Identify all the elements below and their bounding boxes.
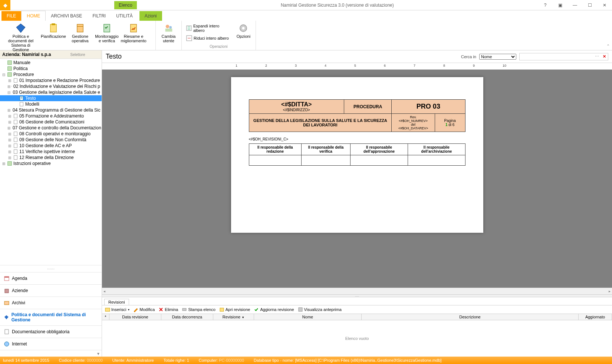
rb-riesame-label: Riesame e miglioramento bbox=[121, 34, 146, 43]
nav-internet[interactable]: Internet bbox=[0, 338, 102, 350]
nav-aziende[interactable]: Aziende bbox=[0, 284, 102, 297]
col-descrizione[interactable]: Descrizione bbox=[362, 314, 579, 320]
nav-configure-button[interactable]: ▾ bbox=[0, 350, 102, 357]
ruler[interactable]: 1 2 3 4 5 6 7 8 9 10 bbox=[102, 63, 612, 70]
h-scrollbar[interactable]: ◂▸ bbox=[102, 288, 612, 294]
side-splitter[interactable]: ······ bbox=[0, 265, 102, 272]
search-input[interactable] bbox=[520, 54, 593, 59]
tree-istruzioni[interactable]: ⊞Istruzioni operative bbox=[0, 161, 102, 166]
search-more-button[interactable]: ⋯ bbox=[593, 54, 601, 59]
doc-indirizzo: <#$INDIRIZZO> bbox=[251, 108, 342, 112]
tree-p11[interactable]: ⊞11 Verifiche ispettive interne bbox=[0, 149, 102, 155]
rb-espandi-albero[interactable]: Espandi intero albero bbox=[185, 23, 231, 33]
book-icon bbox=[7, 161, 12, 166]
svg-rect-34 bbox=[14, 144, 17, 148]
svg-marker-0 bbox=[16, 24, 25, 32]
preview-icon bbox=[298, 307, 303, 312]
close-button[interactable]: ✕ bbox=[597, 0, 612, 10]
tab-revisioni[interactable]: Revisioni bbox=[104, 299, 129, 305]
cerca-in-label: Cerca in bbox=[461, 54, 476, 59]
rb-riesame[interactable]: Riesame e miglioramento bbox=[122, 22, 145, 44]
btn-inserisci[interactable]: Inserisci▾ bbox=[105, 307, 129, 312]
group-selettore-label: Selettore bbox=[3, 53, 152, 57]
context-tab-elenco[interactable]: Elenco bbox=[114, 1, 137, 9]
status-computer: Computer: PC-00000000 bbox=[199, 358, 244, 363]
btn-visualizza-anteprima[interactable]: Visualizza anteprima bbox=[298, 307, 342, 312]
tree-p03-modelli[interactable]: Modelli bbox=[0, 101, 102, 107]
tree-p10[interactable]: ⊞10 Gestione delle AC e AP bbox=[0, 143, 102, 149]
tree-manuale[interactable]: Manuale bbox=[0, 60, 102, 66]
doc-viewport[interactable]: <#$DITTA> <#$INDIRIZZO> PROCEDURA PRO 03… bbox=[102, 70, 612, 288]
nav-politica-documenti[interactable]: Politica e documenti del Sistema di Gest… bbox=[0, 309, 102, 325]
cerca-in-select[interactable]: Nome bbox=[479, 54, 516, 60]
col-aggiornato[interactable]: Aggiornato bbox=[579, 314, 612, 320]
rb-pianificazione[interactable]: Pianificazione bbox=[42, 22, 65, 39]
ribbon-options-button[interactable]: ▣ bbox=[553, 0, 567, 10]
tree-view[interactable]: Manuale Politica ⊟Procedure ⊞01 Impostaz… bbox=[0, 59, 102, 265]
btn-apri-revisione[interactable]: Apri revisione bbox=[219, 307, 250, 312]
rb-cambia-utente[interactable]: Cambia utente bbox=[159, 22, 178, 44]
svg-rect-46 bbox=[182, 308, 186, 311]
tree-p05[interactable]: ⊞05 Formazione e Addestramento bbox=[0, 113, 102, 119]
doc-icon bbox=[13, 149, 18, 154]
svg-rect-20 bbox=[8, 73, 12, 77]
rb-riduci-albero[interactable]: Riduci intero albero bbox=[185, 34, 231, 42]
tab-filtri[interactable]: FILTRI bbox=[87, 11, 111, 21]
book-icon bbox=[7, 72, 12, 77]
tree-p01[interactable]: ⊞01 Impostazione e Redazione Procedure bbox=[0, 77, 102, 83]
splitter[interactable]: ····· bbox=[102, 294, 612, 297]
rb-gestione-operativa[interactable]: Gestione operativa bbox=[68, 22, 92, 44]
nav-agenda[interactable]: Agenda bbox=[0, 272, 102, 284]
btn-elimina[interactable]: Elimina bbox=[158, 307, 178, 312]
tab-azioni[interactable]: Azioni bbox=[139, 11, 162, 21]
rb-politica-documenti[interactable]: Politica e documenti del Sistema di Gest… bbox=[3, 22, 39, 53]
ribbon-collapse-button[interactable]: ⌃ bbox=[606, 44, 610, 49]
nav-documentazione[interactable]: Documentazione obbligatoria bbox=[0, 325, 102, 338]
tab-archivi-base[interactable]: ARCHIVI BASE bbox=[46, 11, 87, 21]
minimize-button[interactable]: — bbox=[567, 0, 582, 10]
tree-p03[interactable]: ⊟03 Gestione della legislazione della Sa… bbox=[0, 89, 102, 95]
tree-p04[interactable]: ⊞04 Stesura Programma di Gestione della … bbox=[0, 107, 102, 113]
svg-rect-43 bbox=[5, 330, 9, 334]
ribbon-tabs: FILE HOME ARCHIVI BASE FILTRI UTILITÀ Az… bbox=[0, 10, 612, 21]
col-revisione[interactable]: Revisione ▼ bbox=[213, 314, 254, 320]
help-button[interactable]: ? bbox=[538, 0, 553, 10]
tree-p12[interactable]: ⊞12 Riesame della Direzione bbox=[0, 155, 102, 161]
tree-procedure[interactable]: ⊟Procedure bbox=[0, 72, 102, 77]
rb-opzioni[interactable]: Opzioni bbox=[234, 22, 253, 39]
col-selector[interactable]: * bbox=[102, 314, 109, 320]
resp-archiviazione: Il responsabile dell'archiviazione bbox=[408, 144, 465, 155]
svg-rect-45 bbox=[105, 308, 110, 311]
col-data-revisione[interactable]: Data revisione bbox=[109, 314, 161, 320]
col-nome[interactable]: Nome bbox=[254, 314, 362, 320]
ribbon: Politica e documenti del Sistema di Gest… bbox=[0, 21, 612, 50]
tree-politica[interactable]: Politica bbox=[0, 66, 102, 72]
collapse-tree-icon bbox=[186, 35, 192, 41]
search-clear-button[interactable]: ✕ bbox=[601, 54, 608, 59]
doc-icon bbox=[11, 84, 12, 89]
status-utente: Utente: Amministratore bbox=[112, 358, 154, 363]
tree-p06[interactable]: ⊞06 Gestione delle Comunicazioni bbox=[0, 119, 102, 125]
tree-p09[interactable]: ⊞09 Gestione delle Non Conformità bbox=[0, 137, 102, 143]
status-date: lunedì 14 settembre 2015 bbox=[3, 358, 49, 363]
app-icon[interactable]: ◆ bbox=[0, 0, 10, 10]
maximize-button[interactable]: ☐ bbox=[582, 0, 597, 10]
tree-p03-testo[interactable]: Testo bbox=[0, 95, 102, 101]
btn-modifica[interactable]: Modifica bbox=[133, 307, 155, 312]
tab-file[interactable]: FILE bbox=[1, 11, 21, 21]
svg-point-8 bbox=[169, 26, 172, 29]
tab-utilita[interactable]: UTILITÀ bbox=[111, 11, 138, 21]
doc-header-table: <#$DITTA> <#$INDIRIZZO> PROCEDURA PRO 03… bbox=[249, 99, 465, 132]
doc-icon bbox=[13, 131, 18, 136]
tree-p07[interactable]: ⊞07 Gestione e controllo della Documenta… bbox=[0, 125, 102, 131]
rb-monitoraggio[interactable]: Monitoraggio e verifica bbox=[95, 22, 119, 44]
svg-rect-19 bbox=[8, 67, 12, 71]
nav-archivi[interactable]: Archivi bbox=[0, 297, 102, 309]
tab-home[interactable]: HOME bbox=[21, 11, 46, 21]
btn-aggiorna-revisione[interactable]: Aggiorna revisione bbox=[254, 307, 294, 312]
btn-stampa-elenco[interactable]: Stampa elenco bbox=[182, 307, 215, 312]
rb-politica-label: Politica e documenti del Sistema di Gest… bbox=[4, 34, 38, 52]
tree-p08[interactable]: ⊞08 Controlli operativi e monitoraggio bbox=[0, 131, 102, 137]
tree-p02[interactable]: ⊞02 Individuazione e Valutazione dei Ris… bbox=[0, 83, 102, 89]
col-data-decorrenza[interactable]: Data decorrenza bbox=[161, 314, 213, 320]
